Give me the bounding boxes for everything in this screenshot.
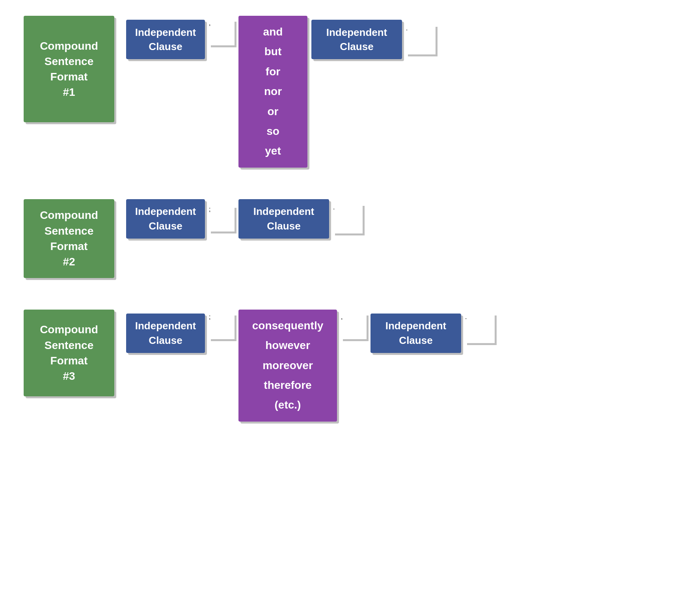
- format2-period: .: [333, 204, 363, 233]
- format3-semicolon: ;: [209, 314, 235, 339]
- format2-semicolon: ;: [209, 206, 235, 231]
- format2-section: Compound Sentence Format #2 Independent …: [24, 199, 650, 278]
- format1-clause2: Independent Clause: [311, 20, 402, 59]
- format3-clause2: Independent Clause: [371, 314, 461, 353]
- format2-flow: Independent Clause ; Independent Clause …: [126, 199, 363, 239]
- format1-clause2-group: Independent Clause .: [311, 20, 436, 59]
- format1-label: Compound Sentence Format #1: [24, 16, 114, 122]
- format2-clause2: Independent Clause: [238, 199, 329, 239]
- format3-label: Compound Sentence Format #3: [24, 310, 114, 396]
- format1-comma: ,: [209, 20, 235, 45]
- format1-section: Compound Sentence Format #1 Independent …: [24, 16, 650, 168]
- format3-period: .: [465, 314, 495, 343]
- format2-label: Compound Sentence Format #2: [24, 199, 114, 278]
- format3-section: Compound Sentence Format #3 Independent …: [24, 310, 650, 422]
- format1-flow: Independent Clause , and but for nor or …: [126, 16, 436, 168]
- format1-conjunctions: and but for nor or so yet: [238, 16, 307, 168]
- format3-conjunctions: consequently however moreover therefore …: [238, 310, 337, 422]
- format1-right-section: and but for nor or so yet: [238, 16, 307, 168]
- format1-period: .: [406, 25, 436, 54]
- format3-clause1: Independent Clause: [126, 314, 205, 353]
- format2-clause1: Independent Clause: [126, 199, 205, 239]
- format3-flow: Independent Clause ; consequently howeve…: [126, 310, 495, 422]
- format3-comma: ,: [341, 314, 367, 339]
- format1-clause1: Independent Clause: [126, 20, 205, 59]
